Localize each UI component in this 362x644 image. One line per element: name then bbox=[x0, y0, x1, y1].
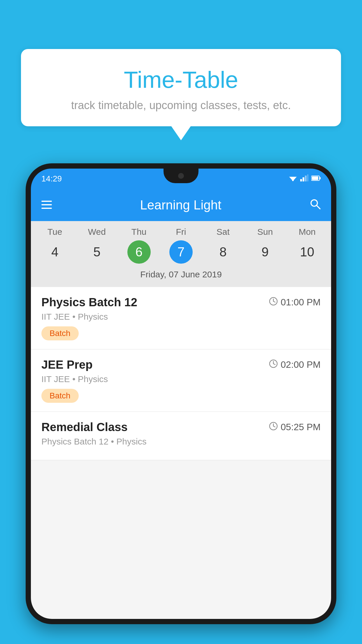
day-name: Thu bbox=[131, 227, 147, 237]
day-name: Mon bbox=[299, 227, 316, 237]
item-header: JEE Prep 02:00 PM bbox=[41, 358, 321, 371]
day-col-thu[interactable]: Thu6 bbox=[120, 227, 158, 264]
item-title: Remedial Class bbox=[41, 421, 128, 434]
svg-line-23 bbox=[273, 426, 275, 427]
svg-rect-11 bbox=[41, 204, 52, 205]
day-name: Sun bbox=[257, 227, 273, 237]
speech-bubble-subtitle: track timetable, upcoming classes, tests… bbox=[36, 99, 326, 112]
day-name: Tue bbox=[48, 227, 62, 237]
svg-point-2 bbox=[292, 179, 294, 181]
day-number[interactable]: 8 bbox=[211, 240, 235, 264]
speech-bubble-title: Time-Table bbox=[36, 66, 326, 93]
item-subtitle: IIT JEE • Physics bbox=[41, 312, 321, 322]
schedule-item[interactable]: Remedial Class 05:25 PM Physics Batch 12… bbox=[31, 412, 331, 460]
app-header: Learning Light bbox=[31, 189, 331, 221]
day-name: Sat bbox=[217, 227, 230, 237]
day-number[interactable]: 6 bbox=[127, 240, 151, 264]
status-icons bbox=[289, 174, 321, 183]
item-badge: Batch bbox=[41, 326, 79, 340]
svg-line-14 bbox=[317, 205, 320, 209]
svg-line-20 bbox=[273, 364, 275, 365]
battery-icon bbox=[311, 175, 321, 183]
hamburger-icon[interactable] bbox=[41, 200, 52, 211]
svg-rect-10 bbox=[41, 201, 52, 202]
phone-frame: 14:29 bbox=[26, 163, 336, 624]
phone-screen: Learning Light Tue4Wed5Thu6Fri7Sat8Sun9M… bbox=[31, 189, 331, 619]
day-col-sat[interactable]: Sat8 bbox=[204, 227, 242, 264]
day-col-wed[interactable]: Wed5 bbox=[78, 227, 116, 264]
day-number[interactable]: 9 bbox=[254, 240, 277, 264]
day-col-sun[interactable]: Sun9 bbox=[246, 227, 284, 264]
days-row: Tue4Wed5Thu6Fri7Sat8Sun9Mon10 bbox=[31, 227, 331, 264]
calendar-strip: Tue4Wed5Thu6Fri7Sat8Sun9Mon10 Friday, 07… bbox=[31, 221, 331, 287]
schedule-item[interactable]: JEE Prep 02:00 PM IIT JEE • Physics Batc… bbox=[31, 349, 331, 412]
day-col-fri[interactable]: Fri7 bbox=[162, 227, 200, 264]
item-subtitle: Physics Batch 12 • Physics bbox=[41, 437, 321, 447]
day-name: Fri bbox=[176, 227, 186, 237]
item-time: 02:00 PM bbox=[269, 359, 321, 370]
wifi-icon bbox=[289, 174, 297, 183]
day-number[interactable]: 4 bbox=[43, 240, 66, 264]
schedule-list: Physics Batch 12 01:00 PM IIT JEE • Phys… bbox=[31, 287, 331, 460]
svg-rect-4 bbox=[303, 177, 304, 181]
item-time: 05:25 PM bbox=[269, 422, 321, 433]
svg-rect-6 bbox=[307, 174, 308, 181]
clock-icon bbox=[269, 422, 278, 433]
item-header: Physics Batch 12 01:00 PM bbox=[41, 296, 321, 309]
status-time: 14:29 bbox=[41, 174, 62, 183]
item-time: 01:00 PM bbox=[269, 297, 321, 308]
day-number[interactable]: 5 bbox=[85, 240, 108, 264]
item-title: Physics Batch 12 bbox=[41, 296, 137, 309]
camera bbox=[178, 173, 184, 179]
svg-rect-5 bbox=[305, 176, 307, 181]
app-title: Learning Light bbox=[61, 198, 301, 212]
svg-rect-3 bbox=[300, 179, 302, 181]
day-col-tue[interactable]: Tue4 bbox=[36, 227, 74, 264]
selected-date-label: Friday, 07 June 2019 bbox=[31, 267, 331, 284]
day-number[interactable]: 10 bbox=[296, 240, 319, 264]
day-col-mon[interactable]: Mon10 bbox=[288, 227, 326, 264]
phone-wrapper: 14:29 bbox=[26, 163, 336, 644]
svg-rect-8 bbox=[319, 177, 321, 179]
svg-rect-12 bbox=[41, 208, 52, 209]
item-title: JEE Prep bbox=[41, 358, 93, 371]
schedule-item[interactable]: Physics Batch 12 01:00 PM IIT JEE • Phys… bbox=[31, 287, 331, 349]
svg-line-17 bbox=[273, 301, 275, 302]
signal-icon bbox=[300, 174, 308, 183]
item-subtitle: IIT JEE • Physics bbox=[41, 374, 321, 384]
svg-rect-9 bbox=[312, 176, 318, 180]
day-number[interactable]: 7 bbox=[169, 240, 193, 264]
notch-cutout bbox=[164, 169, 198, 183]
clock-icon bbox=[269, 297, 278, 308]
clock-icon bbox=[269, 359, 278, 370]
day-name: Wed bbox=[88, 227, 106, 237]
item-header: Remedial Class 05:25 PM bbox=[41, 421, 321, 434]
search-icon[interactable] bbox=[310, 198, 321, 212]
speech-bubble: Time-Table track timetable, upcoming cla… bbox=[21, 49, 341, 126]
status-bar: 14:29 bbox=[31, 169, 331, 189]
item-badge: Batch bbox=[41, 389, 79, 403]
